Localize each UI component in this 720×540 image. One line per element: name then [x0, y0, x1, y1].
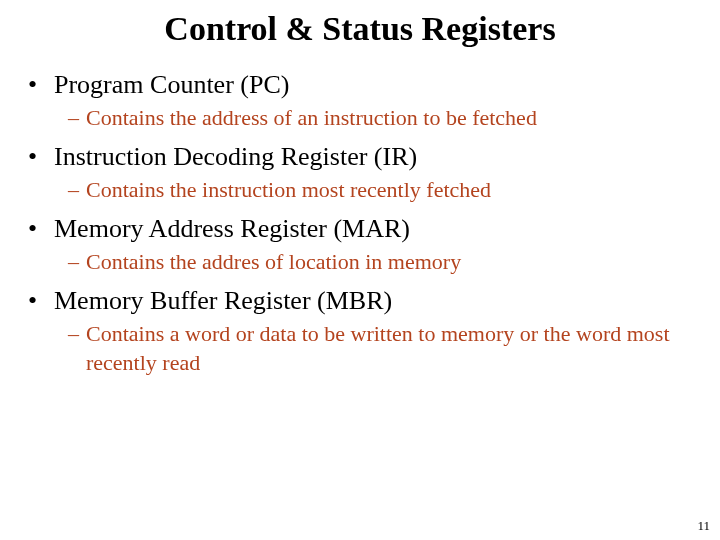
- item-desc: Contains the address of an instruction t…: [86, 104, 692, 132]
- list-item: • Program Counter (PC): [28, 70, 692, 100]
- dash-icon: –: [68, 176, 86, 204]
- dash-icon: –: [68, 320, 86, 348]
- list-subitem: – Contains the addres of location in mem…: [28, 248, 692, 276]
- dash-icon: –: [68, 248, 86, 276]
- list-item: • Memory Buffer Register (MBR): [28, 286, 692, 316]
- list-subitem: – Contains the address of an instruction…: [28, 104, 692, 132]
- item-desc: Contains the instruction most recently f…: [86, 176, 692, 204]
- slide-title: Control & Status Registers: [0, 10, 720, 48]
- bullet-icon: •: [28, 142, 54, 172]
- slide-content: • Program Counter (PC) – Contains the ad…: [0, 70, 720, 377]
- list-subitem: – Contains a word or data to be written …: [28, 320, 692, 376]
- bullet-icon: •: [28, 214, 54, 244]
- list-subitem: – Contains the instruction most recently…: [28, 176, 692, 204]
- slide: Control & Status Registers • Program Cou…: [0, 0, 720, 540]
- item-desc: Contains a word or data to be written to…: [86, 320, 692, 376]
- bullet-icon: •: [28, 286, 54, 316]
- item-label: Memory Address Register (MAR): [54, 214, 692, 244]
- item-label: Instruction Decoding Register (IR): [54, 142, 692, 172]
- page-number: 11: [697, 518, 710, 534]
- item-label: Program Counter (PC): [54, 70, 692, 100]
- list-item: • Instruction Decoding Register (IR): [28, 142, 692, 172]
- bullet-icon: •: [28, 70, 54, 100]
- list-item: • Memory Address Register (MAR): [28, 214, 692, 244]
- item-label: Memory Buffer Register (MBR): [54, 286, 692, 316]
- item-desc: Contains the addres of location in memor…: [86, 248, 692, 276]
- dash-icon: –: [68, 104, 86, 132]
